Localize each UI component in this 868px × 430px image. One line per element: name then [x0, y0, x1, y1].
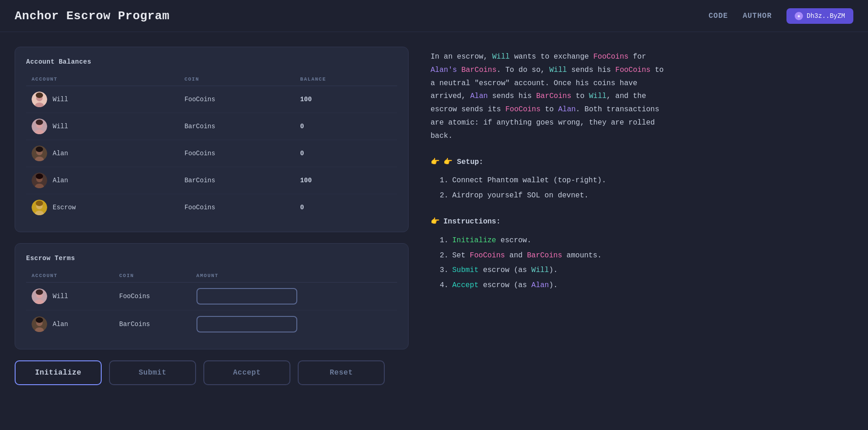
escrow-account-cell: Will [26, 283, 114, 310]
initialize-link[interactable]: Initialize [452, 236, 496, 245]
foocoins-ref-2: FooCoins [615, 66, 650, 74]
table-row: Alan BarCoins [26, 310, 397, 338]
account-name: Alan [53, 177, 68, 184]
app-header: Anchor Escrow Program CODE AUTHOR ◈ Dh3z… [0, 0, 868, 32]
wallet-label: Dh3z..ByZM [807, 12, 845, 20]
svg-point-15 [36, 174, 43, 179]
main-content: Account Balances ACCOUNT COIN BALANCE [0, 32, 868, 400]
col-account: ACCOUNT [26, 73, 179, 86]
initialize-button[interactable]: Initialize [15, 360, 102, 385]
balances-card-title: Account Balances [26, 58, 397, 65]
wallet-icon: ◈ [795, 12, 803, 20]
escrow-col-account: ACCOUNT [26, 269, 114, 283]
svg-point-23 [36, 289, 43, 295]
escrow-account-name: Will [53, 293, 68, 300]
coin-cell: FooCoins [179, 86, 295, 113]
account-cell: Will [26, 113, 179, 140]
app-title: Anchor Escrow Program [15, 9, 169, 23]
amount-input-1[interactable] [197, 316, 297, 332]
table-row: Will FooCoins [26, 283, 397, 310]
will-ref-3: Will [589, 92, 606, 100]
accept-link[interactable]: Accept [452, 281, 479, 289]
instructions-title-text: Instructions: [443, 215, 501, 229]
alan-instr: Alan [531, 281, 549, 289]
escrow-terms-title: Escrow Terms [26, 255, 397, 262]
amount-input-0[interactable] [197, 288, 297, 305]
alans-ref: Alan's [431, 66, 457, 74]
account-name: Alan [53, 150, 68, 157]
balances-table: ACCOUNT COIN BALANCE Will FooCoins 100 [26, 73, 397, 221]
svg-point-7 [36, 120, 43, 125]
account-name: Will [53, 123, 68, 130]
alan-ref-1: Alan [470, 92, 487, 100]
wallet-button[interactable]: ◈ Dh3z..ByZM [786, 8, 853, 24]
escrow-col-amount: AMOUNT [191, 269, 397, 283]
avatar [32, 288, 47, 304]
svg-point-11 [36, 147, 43, 152]
account-cell: Escrow [26, 194, 179, 221]
escrow-coin-cell: BarCoins [114, 310, 191, 338]
escrow-terms-card: Escrow Terms ACCOUNT COIN AMOUNT [15, 243, 409, 349]
avatar [32, 92, 47, 107]
author-nav-link[interactable]: AUTHOR [742, 12, 772, 20]
table-row: Alan BarCoins 100 [26, 167, 397, 194]
foocoins-instr: FooCoins [470, 251, 505, 260]
submit-button[interactable]: Submit [109, 360, 196, 385]
barcoins-instr: BarCoins [527, 251, 562, 260]
escrow-account-cell: Alan [26, 310, 114, 338]
instructions-title: 👉 Instructions: [431, 215, 853, 229]
balance-cell: 0 [295, 194, 397, 221]
setup-title: 👉 👉 Setup: [431, 156, 853, 169]
account-cell: Alan [26, 167, 179, 194]
alan-ref-2: Alan [558, 105, 575, 114]
escrow-amount-cell[interactable] [191, 283, 397, 310]
accept-button[interactable]: Accept [203, 360, 290, 385]
account-name: Escrow [53, 204, 76, 211]
col-balance: BALANCE [295, 73, 397, 86]
table-row: Will FooCoins 100 [26, 86, 397, 113]
foocoins-ref-3: FooCoins [505, 105, 540, 114]
col-coin: COIN [179, 73, 295, 86]
instruction-step-1: 1. Initialize escrow. [440, 234, 853, 247]
left-panel: Account Balances ACCOUNT COIN BALANCE [15, 47, 409, 385]
right-panel: In an escrow, Will wants to exchange Foo… [431, 47, 853, 385]
escrow-terms-table: ACCOUNT COIN AMOUNT Will FooCoins [26, 269, 397, 338]
setup-list: 1. Connect Phantom wallet (top-right). 2… [431, 174, 853, 202]
svg-point-3 [36, 93, 43, 98]
reset-button[interactable]: Reset [298, 360, 385, 385]
svg-point-19 [36, 201, 43, 206]
setup-step-2: 2. Airdrop yourself SOL on devnet. [440, 189, 853, 202]
instruction-step-2: 2. Set FooCoins and BarCoins amounts. [440, 249, 853, 262]
instructions-list: 1. Initialize escrow. 2. Set FooCoins an… [431, 234, 853, 292]
balance-cell: 100 [295, 167, 397, 194]
instruction-step-3: 3. Submit escrow (as Will). [440, 264, 853, 277]
escrow-col-coin: COIN [114, 269, 191, 283]
coin-cell: BarCoins [179, 167, 295, 194]
avatar [32, 146, 47, 161]
table-row: Alan FooCoins 0 [26, 140, 397, 167]
foocoins-ref-1: FooCoins [593, 53, 628, 61]
action-buttons: Initialize Submit Accept Reset [15, 360, 409, 385]
barcoins-ref-2: BarCoins [536, 92, 571, 100]
account-cell: Alan [26, 140, 179, 167]
setup-step-1: 1. Connect Phantom wallet (top-right). [440, 174, 853, 187]
coin-cell: BarCoins [179, 113, 295, 140]
table-row: Will BarCoins 0 [26, 113, 397, 140]
will-ref-2: Will [549, 66, 567, 74]
coin-cell: FooCoins [179, 140, 295, 167]
coin-cell: FooCoins [179, 194, 295, 221]
escrow-coin-cell: FooCoins [114, 283, 191, 310]
code-nav-link[interactable]: CODE [709, 12, 728, 20]
svg-point-27 [36, 317, 43, 323]
submit-link[interactable]: Submit [452, 266, 479, 274]
setup-emoji: 👉 [431, 156, 440, 169]
avatar [32, 173, 47, 188]
balance-cell: 0 [295, 113, 397, 140]
escrow-amount-cell[interactable] [191, 310, 397, 338]
will-instr: Will [531, 266, 549, 274]
avatar [32, 316, 47, 332]
barcoins-ref-1: BarCoins [461, 66, 497, 74]
avatar [32, 119, 47, 134]
avatar [32, 200, 47, 215]
escrow-account-name: Alan [53, 321, 68, 328]
